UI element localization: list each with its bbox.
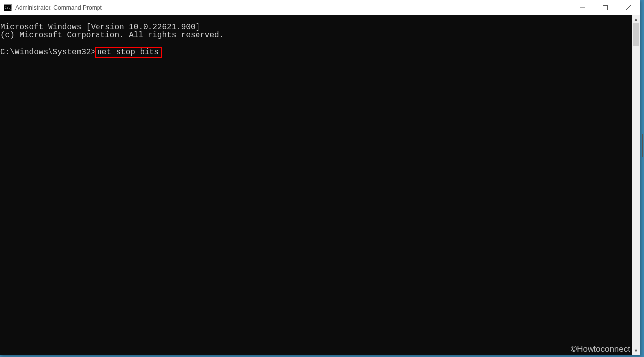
command-text: net stop bits: [97, 48, 159, 57]
cmd-icon: [4, 4, 12, 11]
window-title: Administrator: Command Prompt: [15, 4, 571, 11]
prompt-text: C:\Windows\System32>: [0, 48, 96, 57]
svg-rect-1: [603, 5, 608, 10]
console-area-wrap: Microsoft Windows [Version 10.0.22621.90…: [0, 15, 640, 355]
maximize-button[interactable]: [594, 0, 617, 15]
console-output[interactable]: Microsoft Windows [Version 10.0.22621.90…: [0, 15, 632, 355]
close-button[interactable]: [617, 0, 640, 15]
scroll-down-arrow-icon[interactable]: ▼: [632, 347, 640, 355]
window-controls: [571, 0, 640, 15]
page-scroll-hint: [642, 134, 643, 157]
watermark-text: ©Howtoconnect: [571, 344, 630, 354]
console-line-copyright: (c) Microsoft Corporation. All rights re…: [0, 31, 224, 40]
vertical-scrollbar[interactable]: ▲ ▼: [632, 15, 640, 355]
scrollbar-thumb[interactable]: [633, 23, 639, 46]
cmd-window: Administrator: Command Prompt Microsoft …: [0, 0, 640, 355]
console-prompt-line: C:\Windows\System32>net stop bits: [0, 47, 162, 58]
command-highlight-box: net stop bits: [95, 47, 162, 58]
scroll-up-arrow-icon[interactable]: ▲: [632, 15, 640, 23]
minimize-button[interactable]: [571, 0, 594, 15]
titlebar[interactable]: Administrator: Command Prompt: [0, 0, 640, 15]
